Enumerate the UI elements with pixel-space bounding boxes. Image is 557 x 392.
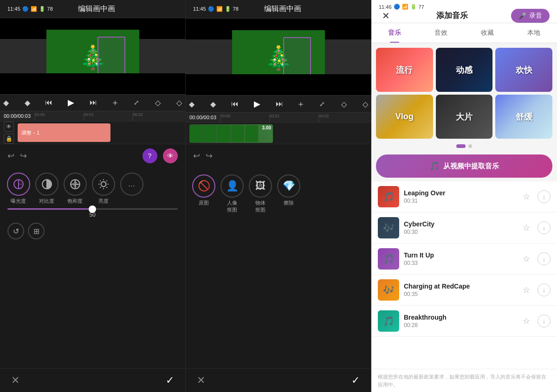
tab-music[interactable]: 音乐 [371, 23, 418, 43]
diamond-r2-btn-2[interactable]: ◇ [359, 97, 371, 110]
tool-saturation[interactable]: 饱和度 [62, 173, 88, 205]
category-vlog[interactable]: Vlog [376, 95, 433, 139]
music-name-1: CyberCity [404, 220, 515, 228]
dl-btn-1[interactable]: ↓ [538, 221, 551, 234]
skip-forward-btn-1[interactable]: ⏭ [87, 96, 99, 109]
adjustment-clip[interactable]: 调整－1 [18, 123, 110, 142]
tool-brightness[interactable]: 亮度 [91, 173, 116, 205]
diamond-left-btn-2[interactable]: ◆ [186, 97, 198, 110]
timeline-ruler-1[interactable]: 00:00 00:01 00:02 [34, 111, 181, 121]
editor-title-1: 编辑画中画 [53, 4, 141, 14]
ruler-mark-0: 00:00 [34, 112, 84, 121]
soothe-bg: 舒缓 [495, 95, 552, 139]
tool-original[interactable]: 🚫 原图 [191, 174, 217, 213]
close-btn[interactable]: ✕ [379, 9, 393, 23]
dl-btn-4[interactable]: ↓ [538, 315, 551, 328]
category-soothe[interactable]: 舒缓 [495, 95, 552, 139]
object-icon: 🖼 [249, 174, 272, 198]
skip-forward-btn-2[interactable]: ⏭ [273, 97, 285, 110]
slider-track[interactable] [7, 208, 178, 210]
diamond-right-btn-1[interactable]: ◆ [21, 96, 33, 109]
timeline-ruler-2[interactable]: 00:00 00:01 00:02 [220, 113, 368, 122]
undo-btn-1[interactable]: ↩ [7, 151, 14, 161]
diamond-r2-btn-1[interactable]: ◇ [173, 96, 185, 109]
music-item-2[interactable]: 🎵 Turn It Up 00:33 ☆ ↓ [371, 244, 557, 275]
tool-erase[interactable]: 💎 擦除 [276, 174, 302, 213]
ruler-mark-r0: 00:00 [220, 114, 269, 122]
action-circle-eye[interactable]: 👁 [163, 148, 178, 163]
music-thumb-3: 🎶 [378, 279, 399, 301]
add-btn-2[interactable]: ＋ [295, 97, 307, 110]
editor-header-2: 11:45 🔵 📶 🔋 78 编辑画中画 [186, 0, 371, 19]
action-circle-question[interactable]: ? [142, 148, 157, 163]
time-1: 11:45 [7, 6, 20, 12]
play-btn-1[interactable]: ▶ [64, 95, 78, 110]
category-film[interactable]: 大片 [436, 95, 493, 139]
extract-btn[interactable]: 🎵 从视频中提取音乐 [376, 154, 552, 178]
fav-btn-3[interactable]: ☆ [520, 283, 533, 296]
add-btn-1[interactable]: ＋ [109, 96, 121, 109]
tab-sfx[interactable]: 音效 [418, 23, 464, 43]
video-clip[interactable]: 3.00 [189, 124, 273, 143]
redo-btn-2[interactable]: ↪ [206, 151, 213, 161]
tool-portrait[interactable]: 👤 人像 抠图 [220, 174, 245, 213]
dot-1[interactable] [456, 144, 466, 148]
slider-thumb[interactable] [89, 206, 96, 213]
undo-btn-2[interactable]: ↩ [193, 151, 200, 161]
fav-btn-2[interactable]: ☆ [520, 252, 533, 265]
tab-favorites[interactable]: 收藏 [464, 23, 511, 43]
tool-object[interactable]: 🖼 物体 抠图 [248, 174, 273, 213]
fav-btn-1[interactable]: ☆ [520, 221, 533, 234]
category-dynamic[interactable]: 动感 [436, 48, 493, 92]
dl-btn-2[interactable]: ↓ [538, 252, 551, 265]
tab-local[interactable]: 本地 [511, 23, 557, 43]
fav-btn-4[interactable]: ☆ [520, 315, 533, 328]
track-ctrl-eye-btn[interactable]: 👁 [4, 122, 14, 132]
tool-exposure[interactable]: 曝光度 [6, 173, 31, 205]
fav-btn-0[interactable]: ☆ [520, 190, 533, 203]
play-btn-2[interactable]: ▶ [250, 96, 264, 111]
music-list[interactable]: 🎵 Leaping Over 00:31 ☆ ↓ 🎶 CyberCity 00:… [371, 181, 557, 369]
category-popular[interactable]: 流行 [376, 48, 433, 92]
music-item-3[interactable]: 🎶 Charging at RedCape 00:35 ☆ ↓ [371, 275, 557, 306]
record-btn[interactable]: 🎤 录音 [511, 9, 550, 23]
skip-back-btn-1[interactable]: ⏮ [43, 96, 55, 109]
music-duration-2: 00:33 [404, 260, 515, 266]
cancel-btn-2[interactable]: ✕ [197, 374, 205, 386]
right-title: 添加音乐 [393, 10, 511, 21]
contrast-label: 对比度 [39, 198, 54, 205]
music-item-0[interactable]: 🎵 Leaping Over 00:31 ☆ ↓ [371, 181, 557, 212]
diamond-l2-btn-1[interactable]: ◇ [152, 96, 164, 109]
confirm-btn-2[interactable]: ✓ [351, 374, 360, 386]
ruler-marks-1: 00:00 00:01 00:02 [34, 111, 181, 121]
skip-back-btn-2[interactable]: ⏮ [229, 97, 241, 110]
cancel-btn-1[interactable]: ✕ [11, 374, 19, 386]
more-icon: … [120, 173, 143, 196]
tool-more[interactable]: … [119, 173, 144, 205]
tool-contrast[interactable]: 对比度 [34, 173, 59, 205]
dl-btn-3[interactable]: ↓ [538, 283, 551, 296]
expand-btn-1[interactable]: ⤢ [130, 96, 142, 109]
category-happy[interactable]: 欢快 [495, 48, 552, 92]
svg-line-12 [100, 180, 101, 181]
preview-overlay-2: ↗ [283, 37, 311, 79]
crop-btn[interactable]: ⊞ [28, 223, 45, 239]
track-area-1: 👁 🔒 调整－1 [0, 121, 185, 144]
redo-btn-1[interactable]: ↪ [20, 151, 27, 161]
music-info-4: Breakthrough 00:28 [404, 314, 515, 328]
diamond-left-btn-1[interactable]: ◆ [0, 96, 12, 109]
happy-label: 欢快 [516, 64, 532, 76]
expand-btn-2[interactable]: ⤢ [316, 97, 328, 110]
bluetooth-icon-right: 🔵 [394, 4, 400, 10]
dot-2[interactable] [468, 144, 472, 148]
confirm-btn-1[interactable]: ✓ [166, 374, 174, 386]
track-ctrl-lock-btn[interactable]: 🔒 [4, 134, 14, 144]
pagination [371, 141, 557, 151]
reset-btn[interactable]: ↺ [7, 223, 24, 239]
diamond-l2-btn-2[interactable]: ◇ [338, 97, 350, 110]
dl-btn-0[interactable]: ↓ [538, 190, 551, 203]
music-duration-1: 00:30 [404, 229, 515, 235]
diamond-right-btn-2[interactable]: ◆ [207, 97, 219, 110]
music-item-4[interactable]: 🎵 Breakthrough 00:28 ☆ ↓ [371, 306, 557, 337]
music-item-1[interactable]: 🎶 CyberCity 00:30 ☆ ↓ [371, 212, 557, 244]
